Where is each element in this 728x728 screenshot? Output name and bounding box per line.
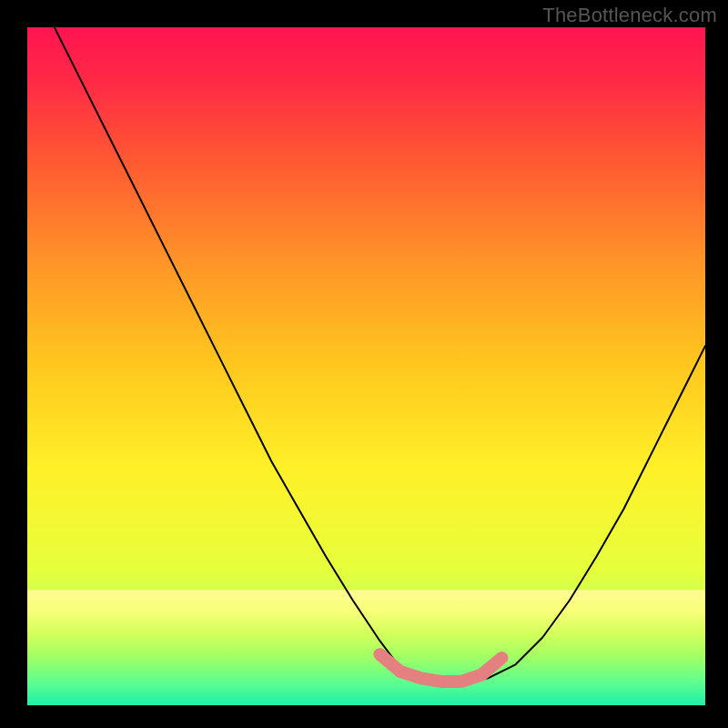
- bottom-gradient-band: [27, 590, 705, 705]
- watermark-text: TheBottleneck.com: [542, 4, 717, 27]
- chart-svg: [27, 27, 705, 705]
- chart-frame: TheBottleneck.com: [0, 0, 728, 728]
- plot-area: [27, 27, 705, 705]
